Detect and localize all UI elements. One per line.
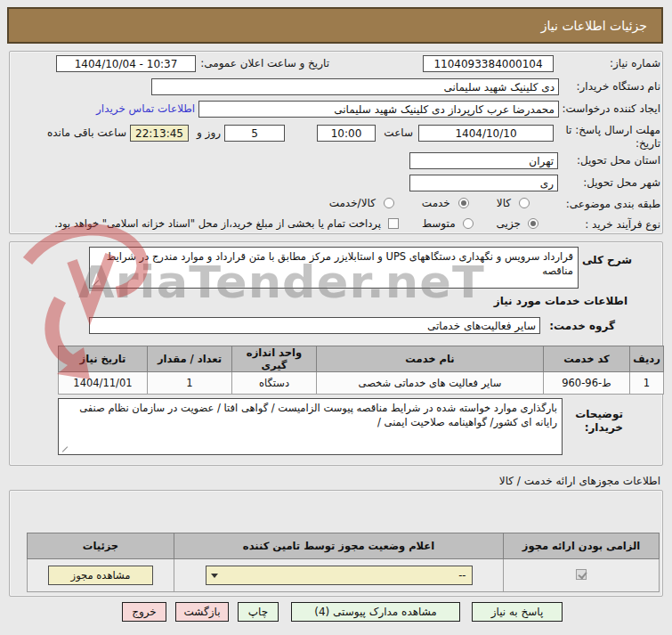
radio-partial[interactable] [528, 218, 538, 229]
col-license-status: اعلام وضعیت مجوز توسط تامین کننده [174, 533, 504, 559]
col-service-code: کد خدمت [544, 346, 630, 372]
days-label: روز و [192, 126, 221, 140]
need-number-label: شماره نیاز: [557, 57, 660, 70]
view-attachments-button[interactable]: مشاهده مدارک پیوستی (4) [291, 602, 460, 622]
service-group-label: گروه خدمت: [544, 320, 615, 333]
check-icon [578, 569, 587, 579]
dropdown-selected-value: -- [212, 569, 466, 582]
classification-options: کالا خدمت کالا/خدمت [329, 197, 530, 209]
process-type-label: نوع فرآیند خرید : [550, 218, 660, 232]
license-mandatory-cell [504, 559, 660, 592]
col-unit: واحد اندازه گیری [232, 346, 317, 372]
view-license-button[interactable]: مشاهده مجوز [48, 566, 153, 585]
remaining-days-field[interactable]: 5 [224, 125, 285, 142]
deadline-label: مهلت ارسال پاسخ: تا تاریخ: [555, 124, 660, 151]
radio-goods[interactable] [519, 198, 530, 208]
radio-partial-label: جزیی [497, 217, 521, 230]
col-license-mandatory: الزامی بودن ارائه مجوز [504, 533, 660, 559]
services-table: ردیف کد خدمت نام خدمت واحد اندازه گیری ت… [58, 346, 664, 395]
radio-service-label: خدمت [422, 197, 450, 209]
announce-datetime-label: تاریخ و ساعت اعلان عمومی: [185, 57, 329, 70]
page-title: جزئیات اطلاعات نیاز [541, 19, 647, 33]
buyer-notes-label: توضیحات خریدار: [568, 408, 623, 435]
buyer-org-label: نام دستگاه خریدار: [554, 80, 660, 94]
col-row-number: ردیف [630, 346, 664, 372]
chevron-down-icon [211, 574, 218, 578]
deadline-time-field[interactable]: 10:00 [317, 125, 376, 142]
need-details-page: جزئیات اطلاعات نیاز شماره نیاز: 11040933… [0, 0, 672, 635]
cell-need-date: 1404/11/01 [59, 372, 148, 395]
license-status-dropdown[interactable]: -- [206, 566, 473, 585]
table-row: 1 ط-96-960 سایر فعالیت های خدماتی شخصی د… [59, 372, 664, 395]
classification-label: طبقه بندی موضوعی: [550, 198, 660, 211]
city-label: شهر محل تحویل: [555, 176, 660, 190]
license-status-cell: -- [174, 559, 504, 592]
print-button[interactable]: چاپ [238, 602, 279, 622]
col-license-details: جزئیات [28, 533, 174, 559]
license-row: -- مشاهده مجوز [28, 559, 660, 592]
cell-unit: دستگاه [232, 372, 317, 395]
licenses-table: الزامی بودن ارائه مجوز اعلام وضعیت مجوز … [27, 533, 660, 592]
radio-service[interactable] [458, 198, 469, 208]
services-table-header-row: ردیف کد خدمت نام خدمت واحد اندازه گیری ت… [59, 346, 664, 372]
treasury-checkbox[interactable] [388, 218, 399, 229]
radio-goods-service-label: کالا/خدمت [329, 197, 376, 209]
license-details-cell: مشاهده مجوز [28, 559, 174, 592]
province-field[interactable]: تهران [409, 152, 558, 169]
back-button[interactable]: بازگشت [175, 602, 229, 622]
cell-quantity: 1 [148, 372, 232, 395]
announce-datetime-field[interactable]: 1404/10/04 - 10:37 [56, 55, 196, 72]
radio-goods-service[interactable] [384, 198, 394, 208]
col-need-date: تاریخ نیاز [59, 346, 148, 372]
licenses-table-header-row: الزامی بودن ارائه مجوز اعلام وضعیت مجوز … [28, 533, 660, 559]
process-type-options: جزیی متوسط پرداخت تمام یا بخشی از مبلغ خ… [54, 217, 538, 230]
deadline-date-field[interactable]: 1404/10/10 [418, 125, 554, 142]
cell-service-name: سایر فعالیت های خدماتی شخصی [317, 372, 544, 395]
creator-field[interactable]: محمدرضا عرب کارپرداز دی کلینیک شهید سلیم… [198, 101, 559, 118]
col-quantity: تعداد / مقدار [148, 346, 232, 372]
cell-row-number: 1 [630, 372, 664, 395]
license-mandatory-checkbox [576, 569, 587, 580]
service-group-field[interactable]: سایر فعالیت‌های خدماتی [89, 317, 540, 334]
cell-service-code: ط-96-960 [544, 372, 630, 395]
buyer-contact-link[interactable]: اطلاعات تماس خریدار [96, 102, 195, 115]
province-label: استان محل تحویل: [555, 154, 660, 167]
city-field[interactable]: ری [409, 175, 558, 191]
respond-to-need-button[interactable]: پاسخ به نیاز [472, 602, 563, 622]
radio-medium-label: متوسط [422, 217, 456, 230]
need-number-field[interactable]: 1104093384000104 [423, 55, 554, 72]
page-title-bar: جزئیات اطلاعات نیاز [7, 7, 663, 44]
exit-button[interactable]: خروج [122, 602, 166, 622]
deadline-hour-label: ساعت [379, 126, 413, 140]
creator-label: ایجاد کننده درخواست: [548, 102, 660, 116]
licenses-section-header: اطلاعات مجوزهای ارائه خدمت / کالا [499, 475, 660, 488]
remaining-label: ساعت باقی مانده [34, 126, 126, 140]
buyer-org-field[interactable]: دی کلینیک شهید سلیمانی [151, 78, 559, 95]
radio-goods-label: کالا [497, 197, 511, 209]
treasury-checkbox-label: پرداخت تمام یا بخشی از مبلغ خرید،از محل … [54, 217, 381, 230]
radio-medium[interactable] [463, 218, 474, 229]
need-description-textarea[interactable]: قرارداد سرویس و نگهداری دستگاههای UPS و … [89, 247, 579, 289]
col-service-name: نام خدمت [317, 346, 544, 372]
services-section-header: اطلاعات خدمات مورد نیاز [494, 295, 627, 308]
remaining-time-field: 22:13:45 [130, 125, 189, 142]
buyer-notes-textarea[interactable]: بارگذاری موارد خواسته شده در شرایط مناقص… [58, 398, 563, 455]
